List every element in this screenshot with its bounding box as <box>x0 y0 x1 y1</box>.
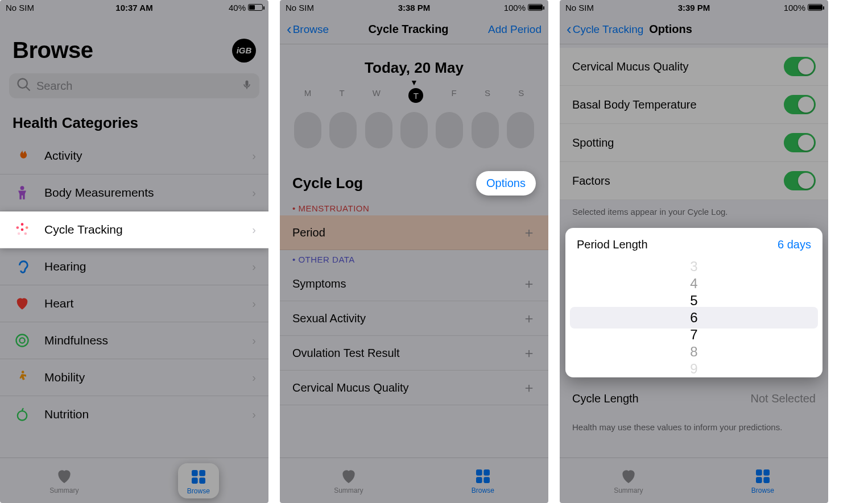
log-row-ovulation-test[interactable]: Ovulation Test Result ＋ <box>280 336 548 371</box>
category-label: Activity <box>44 149 82 163</box>
toggle-label: Cervical Mucus Quality <box>572 60 689 73</box>
plus-icon: ＋ <box>522 275 536 293</box>
day-bubble[interactable] <box>294 112 321 148</box>
tab-summary[interactable]: Summary <box>49 467 78 494</box>
current-date: Today, 20 May <box>280 44 548 78</box>
toggle-cervical-mucus[interactable]: Cervical Mucus Quality <box>560 48 828 86</box>
predictions-note: Health may use these values to inform yo… <box>560 415 828 439</box>
svg-point-13 <box>22 371 24 373</box>
nav-bar: ‹ Cycle Tracking Options <box>560 15 828 44</box>
picker-option-selected[interactable]: 6 <box>690 309 697 326</box>
category-label: Mobility <box>44 371 85 384</box>
svg-point-12 <box>19 338 24 343</box>
category-cycle-tracking[interactable]: Cycle Tracking › <box>0 211 268 248</box>
battery-icon <box>248 4 263 11</box>
svg-rect-23 <box>763 469 770 476</box>
day-bubble[interactable] <box>400 112 428 148</box>
status-carrier: No SIM <box>6 3 92 13</box>
back-label: Cycle Tracking <box>573 23 644 36</box>
day-bubble[interactable] <box>507 112 534 148</box>
tab-label: Browse <box>751 487 774 494</box>
chevron-right-icon: › <box>252 186 256 199</box>
picker-wheel[interactable]: 3 4 5 6 7 8 9 <box>565 258 822 377</box>
category-list: Activity › Body Measurements › Cycle Tra… <box>0 138 268 433</box>
category-activity[interactable]: Activity › <box>0 138 268 174</box>
log-row-symptoms[interactable]: Symptoms ＋ <box>280 267 548 301</box>
day-bubble[interactable] <box>472 112 499 148</box>
log-row-period[interactable]: Period ＋ <box>280 215 548 250</box>
tab-summary[interactable]: Summary <box>334 467 363 494</box>
weekday-today: T <box>408 88 423 103</box>
category-heart[interactable]: Heart › <box>0 285 268 322</box>
avatar[interactable]: iGB <box>232 39 256 63</box>
log-row-label: Ovulation Test Result <box>292 347 400 360</box>
search-input[interactable]: Search <box>9 73 259 98</box>
options-button[interactable]: Options <box>476 171 536 196</box>
back-button[interactable]: ‹ Cycle Tracking <box>567 20 643 38</box>
weekday: W <box>373 88 381 103</box>
category-label: Heart <box>44 297 73 310</box>
person-icon <box>13 185 32 201</box>
category-body-measurements[interactable]: Body Measurements › <box>0 174 268 211</box>
weekday: S <box>518 88 524 103</box>
svg-rect-24 <box>756 477 762 483</box>
cycle-length-label: Cycle Length <box>572 392 639 405</box>
svg-point-9 <box>18 232 20 235</box>
nav-bar: ‹ Browse Cycle Tracking Add Period <box>280 15 548 44</box>
picker-option[interactable]: 4 <box>690 275 697 292</box>
svg-rect-25 <box>763 477 770 483</box>
tab-bar: Summary Browse <box>560 458 828 503</box>
back-button[interactable]: ‹ Browse <box>287 20 329 38</box>
svg-point-4 <box>20 186 24 190</box>
plus-icon: ＋ <box>522 344 536 362</box>
picker-option[interactable]: 9 <box>690 360 697 377</box>
log-row-label: Cervical Mucus Quality <box>292 381 409 394</box>
period-length-picker[interactable]: Period Length 6 days 3 4 5 6 7 8 9 <box>565 228 822 377</box>
day-bubble[interactable] <box>329 112 357 148</box>
cycle-icon <box>13 222 32 238</box>
toggle-spotting[interactable]: Spotting <box>560 124 828 162</box>
tab-bar: Summary Browse <box>280 458 548 503</box>
picker-option[interactable]: 7 <box>690 326 697 343</box>
svg-rect-19 <box>483 469 490 476</box>
chevron-right-icon: › <box>252 223 256 236</box>
status-carrier: No SIM <box>286 3 371 13</box>
log-row-cervical-mucus[interactable]: Cervical Mucus Quality ＋ <box>280 371 548 405</box>
chevron-right-icon: › <box>252 408 256 421</box>
category-mobility[interactable]: Mobility › <box>0 359 268 396</box>
chevron-right-icon: › <box>252 260 256 273</box>
switch-on-icon[interactable] <box>784 95 816 114</box>
day-bubble[interactable] <box>436 112 463 148</box>
picker-option[interactable]: 5 <box>690 292 697 309</box>
tab-browse[interactable]: Browse <box>751 467 774 494</box>
switch-on-icon[interactable] <box>784 57 816 76</box>
log-row-label: Symptoms <box>292 277 346 290</box>
toggle-basal-body-temp[interactable]: Basal Body Temperature <box>560 86 828 124</box>
page-title: Browse <box>13 38 93 63</box>
category-label: Mindfulness <box>44 334 108 347</box>
toggle-factors[interactable]: Factors <box>560 162 828 200</box>
cycle-length-row[interactable]: Cycle Length Not Selected <box>560 382 828 415</box>
category-nutrition[interactable]: Nutrition › <box>0 396 268 433</box>
tab-bar: Summary Browse <box>0 458 268 503</box>
day-bubble[interactable] <box>365 112 392 148</box>
tab-browse[interactable]: Browse <box>472 467 494 494</box>
switch-on-icon[interactable] <box>784 171 816 190</box>
mic-icon[interactable] <box>241 79 253 93</box>
log-row-sexual-activity[interactable]: Sexual Activity ＋ <box>280 301 548 336</box>
tab-browse[interactable]: Browse <box>178 463 219 498</box>
picker-option[interactable]: 3 <box>690 258 697 275</box>
toggle-label: Basal Body Temperature <box>572 98 697 111</box>
svg-rect-14 <box>192 470 198 476</box>
day-bubbles[interactable] <box>280 103 548 171</box>
switch-on-icon[interactable] <box>784 133 816 152</box>
picker-option[interactable]: 8 <box>690 343 697 360</box>
plus-icon: ＋ <box>522 309 536 327</box>
toggle-label: Spotting <box>572 136 614 149</box>
chevron-right-icon: › <box>252 149 256 163</box>
tab-summary[interactable]: Summary <box>614 467 643 494</box>
add-period-button[interactable]: Add Period <box>488 23 542 36</box>
category-hearing[interactable]: Hearing › <box>0 248 268 285</box>
category-mindfulness[interactable]: Mindfulness › <box>0 322 268 359</box>
tab-label: Summary <box>334 487 363 494</box>
